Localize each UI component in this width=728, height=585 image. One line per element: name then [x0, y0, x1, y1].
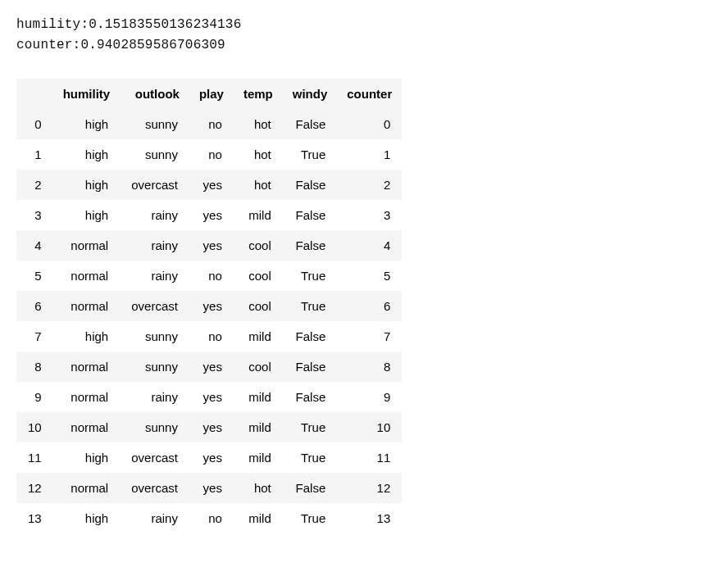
cell: high	[53, 109, 121, 139]
cell: 10	[337, 412, 402, 442]
cell: mild	[234, 442, 283, 473]
cell: no	[189, 503, 234, 533]
cell: mild	[234, 382, 283, 412]
row-index: 1	[16, 139, 53, 170]
row-index: 13	[16, 503, 53, 533]
table-row: 9normalrainyyesmildFalse9	[16, 382, 402, 412]
cell: 11	[337, 442, 402, 473]
cell: yes	[189, 200, 234, 230]
cell: yes	[189, 442, 234, 473]
cell: sunny	[120, 412, 189, 442]
cell: yes	[189, 473, 234, 503]
cell: False	[283, 473, 338, 503]
table-row: 7highsunnynomildFalse7	[16, 321, 402, 351]
table-row: 5normalrainynocoolTrue5	[16, 261, 402, 291]
row-index: 0	[16, 109, 53, 139]
cell: normal	[53, 230, 121, 261]
table-row: 10normalsunnyyesmildTrue10	[16, 412, 402, 442]
cell: sunny	[120, 351, 189, 382]
table-row: 13highrainynomildTrue13	[16, 503, 402, 533]
row-index: 10	[16, 412, 53, 442]
cell: overcast	[120, 442, 189, 473]
cell: normal	[53, 291, 121, 321]
col-header: humility	[53, 79, 121, 109]
cell: sunny	[120, 109, 189, 139]
cell: 7	[337, 321, 402, 351]
cell: 2	[337, 170, 402, 200]
table-row: 11highovercastyesmildTrue11	[16, 442, 402, 473]
cell: no	[189, 139, 234, 170]
cell: high	[53, 200, 121, 230]
cell: rainy	[120, 382, 189, 412]
cell: cool	[234, 291, 283, 321]
cell: hot	[234, 170, 283, 200]
cell: True	[283, 503, 338, 533]
cell: False	[283, 200, 338, 230]
table-row: 0highsunnynohotFalse0	[16, 109, 402, 139]
cell: overcast	[120, 291, 189, 321]
cell: sunny	[120, 321, 189, 351]
table-row: 12normalovercastyeshotFalse12	[16, 473, 402, 503]
cell: 1	[337, 139, 402, 170]
cell: True	[283, 261, 338, 291]
cell: False	[283, 351, 338, 382]
data-table: humility outlook play temp windy counter…	[16, 79, 402, 533]
cell: 0	[337, 109, 402, 139]
cell: cool	[234, 261, 283, 291]
cell: hot	[234, 109, 283, 139]
table-row: 3highrainyyesmildFalse3	[16, 200, 402, 230]
console-line: counter:0.9402859586706309	[16, 35, 712, 56]
table-header-row: humility outlook play temp windy counter	[16, 79, 402, 109]
cell: hot	[234, 473, 283, 503]
index-header-blank	[16, 79, 53, 109]
row-index: 7	[16, 321, 53, 351]
cell: True	[283, 442, 338, 473]
cell: normal	[53, 473, 121, 503]
row-index: 12	[16, 473, 53, 503]
cell: high	[53, 170, 121, 200]
cell: 5	[337, 261, 402, 291]
col-header: windy	[283, 79, 338, 109]
cell: False	[283, 321, 338, 351]
cell: high	[53, 442, 121, 473]
cell: overcast	[120, 170, 189, 200]
cell: mild	[234, 321, 283, 351]
console-output: humility:0.15183550136234136 counter:0.9…	[16, 15, 712, 56]
table-row: 2highovercastyeshotFalse2	[16, 170, 402, 200]
row-index: 4	[16, 230, 53, 261]
cell: normal	[53, 261, 121, 291]
cell: high	[53, 139, 121, 170]
cell: yes	[189, 351, 234, 382]
cell: rainy	[120, 503, 189, 533]
cell: 12	[337, 473, 402, 503]
row-index: 2	[16, 170, 53, 200]
cell: yes	[189, 412, 234, 442]
table-row: 6normalovercastyescoolTrue6	[16, 291, 402, 321]
cell: mild	[234, 200, 283, 230]
cell: True	[283, 291, 338, 321]
cell: normal	[53, 412, 121, 442]
cell: 9	[337, 382, 402, 412]
cell: cool	[234, 351, 283, 382]
col-header: play	[189, 79, 234, 109]
cell: yes	[189, 170, 234, 200]
cell: cool	[234, 230, 283, 261]
cell: False	[283, 170, 338, 200]
cell: overcast	[120, 473, 189, 503]
console-line: humility:0.15183550136234136	[16, 15, 712, 35]
cell: yes	[189, 230, 234, 261]
cell: 8	[337, 351, 402, 382]
col-header: temp	[234, 79, 283, 109]
cell: sunny	[120, 139, 189, 170]
row-index: 6	[16, 291, 53, 321]
cell: False	[283, 109, 338, 139]
row-index: 3	[16, 200, 53, 230]
cell: normal	[53, 382, 121, 412]
col-header: outlook	[120, 79, 189, 109]
row-index: 11	[16, 442, 53, 473]
cell: yes	[189, 291, 234, 321]
cell: yes	[189, 382, 234, 412]
cell: False	[283, 382, 338, 412]
row-index: 8	[16, 351, 53, 382]
table-row: 1highsunnynohotTrue1	[16, 139, 402, 170]
